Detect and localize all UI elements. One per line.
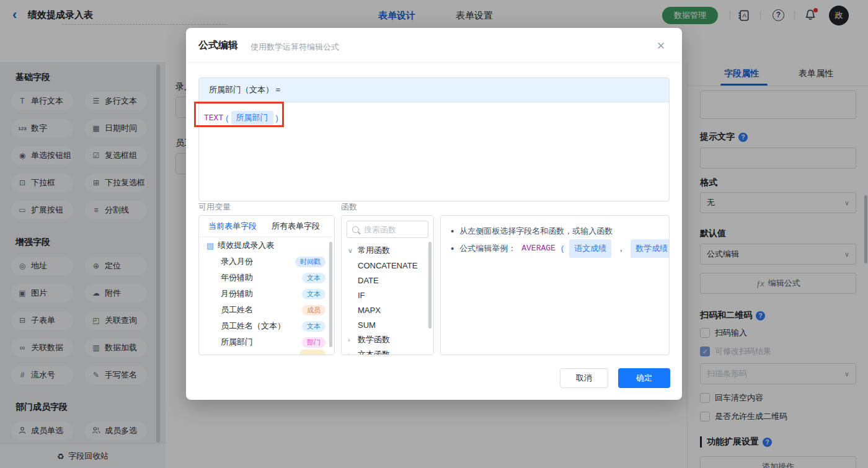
field-type-badge: 时间戳 [295,257,326,267]
divider [186,62,682,63]
field-type-badge: 文本 [302,273,326,283]
chevron-right-icon: › [348,351,354,355]
example-field-chip: 语文成绩 [569,239,611,258]
variable-row[interactable]: 所属部门 部门 [199,334,334,350]
variables-tabs: 当前表单字段 所有表单字段 [199,216,334,237]
cancel-button[interactable]: 取消 [560,368,608,388]
functions-scrollbar[interactable] [428,242,432,329]
app-screen: ‹ 绩效提成录入表 表单设计 表单设置 数据管理 A ? 政 ∞ 表单外链 </… [0,0,868,468]
formula-editor-dialog: 公式编辑 使用数学运算符编辑公式 × 所属部门（文本） = TEXT ( 所属部… [186,28,682,400]
variables-section-label: 可用变量 [198,201,231,213]
tab-current-form-fields[interactable]: 当前表单字段 [208,221,257,232]
chevron-right-icon: › [348,336,354,343]
help-line-example: • 公式编辑举例： AVERAGE ( 语文成绩 ， 数学成绩 ) [451,239,659,258]
variable-row[interactable]: 员工姓名 成员 [199,302,334,318]
search-input[interactable] [363,224,427,235]
formula-editor-box[interactable]: 所属部门（文本） = TEXT ( 所属部门 ) [198,77,670,201]
help-panel: • 从左侧面板选择字段名和函数，或输入函数 • 公式编辑举例： AVERAGE … [440,215,670,355]
search-icon [352,226,359,233]
example-function-name: AVERAGE [521,241,556,257]
example-field-chip: 数学成绩 [631,239,670,258]
variable-row[interactable]: 月份辅助 文本 [199,286,334,302]
variable-row[interactable]: 员工姓名（文本） 文本 [199,318,334,334]
function-item[interactable]: CONCATENATE [342,258,433,273]
field-type-badge: 文本 [302,321,326,332]
variables-scrollbar[interactable] [329,242,332,347]
variable-form-root[interactable]: ▤ 绩效提成录入表 [199,237,334,254]
function-item[interactable]: MAPX [342,302,433,317]
functions-panel: ∨ 常用函数 CONCATENATE DATE IF MAPX SUM › 数学… [341,215,434,355]
function-group-text[interactable]: › 文本函数 [342,347,433,355]
dialog-subtitle: 使用数学运算符编辑公式 [250,42,339,53]
function-item[interactable]: DATE [342,273,433,288]
function-search-box[interactable] [347,221,428,238]
field-type-badge: 部门 [302,337,326,348]
function-item[interactable]: IF [342,288,433,302]
annotation-highlight-box [194,102,284,127]
function-item[interactable]: SUM [342,317,433,332]
clipped-badge [299,350,326,355]
field-type-badge: 文本 [302,289,326,299]
form-doc-icon: ▤ [206,241,214,250]
dialog-title: 公式编辑 [198,39,238,52]
formula-target-line: 所属部门（文本） = [199,78,669,102]
close-icon[interactable]: × [653,38,668,54]
tab-all-form-fields[interactable]: 所有表单字段 [272,221,320,232]
function-group-math[interactable]: › 数学函数 [342,332,433,347]
confirm-button[interactable]: 确定 [618,368,670,388]
variables-panel: 当前表单字段 所有表单字段 ▤ 绩效提成录入表 录入月份 时间戳 年份辅助 文本… [198,215,335,355]
field-type-badge: 成员 [302,305,326,316]
variable-row[interactable]: 录入月份 时间戳 [199,254,334,270]
functions-section-label: 函数 [341,201,357,213]
help-line-1: • 从左侧面板选择字段名和函数，或输入函数 [451,223,659,239]
chevron-down-icon: ∨ [348,247,354,255]
variable-row[interactable]: 年份辅助 文本 [199,270,334,286]
function-group-common[interactable]: ∨ 常用函数 [342,243,433,258]
